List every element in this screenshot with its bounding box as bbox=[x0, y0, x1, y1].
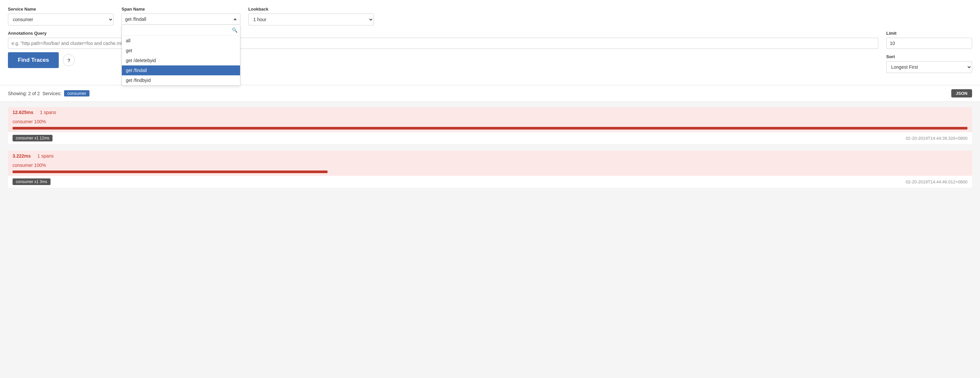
span-name-value: get /findall bbox=[125, 16, 146, 22]
trace-service-name-1: consumer 100% bbox=[13, 119, 46, 124]
lookback-label: Lookback bbox=[248, 6, 374, 11]
span-options-list: all get get /deletebyid get /findall get… bbox=[122, 36, 240, 85]
span-option-get[interactable]: get bbox=[122, 46, 240, 56]
span-dropdown: 🔍 all get get /deletebyid get /findall g… bbox=[121, 25, 240, 86]
trace-timestamp-1: 02-20-2019T14:44:39.326+0800 bbox=[906, 136, 967, 141]
span-option-findall[interactable]: get /findall bbox=[122, 65, 240, 75]
action-row: Find Traces ? bbox=[8, 52, 134, 68]
limit-input[interactable] bbox=[886, 38, 972, 49]
limit-label: Limit bbox=[886, 31, 972, 36]
limit-group: Limit bbox=[886, 31, 972, 49]
trace-card-2[interactable]: 3.222ms 1 spans consumer 100% consumer x… bbox=[8, 151, 972, 188]
service-name-select[interactable]: consumer bbox=[8, 14, 114, 26]
span-option-findbyid[interactable]: get /findbyid bbox=[122, 75, 240, 85]
sort-group: Sort Longest First Shortest First Most R… bbox=[886, 54, 972, 73]
limit-sort-group: Limit Sort Longest First Shortest First … bbox=[886, 31, 972, 73]
trace-spans-2: 1 spans bbox=[37, 153, 54, 159]
trace-spans-1: 1 spans bbox=[40, 110, 56, 115]
trace-timestamp-2: 02-20-2019T14:44:46.012+0800 bbox=[906, 179, 967, 184]
annotations-input[interactable] bbox=[8, 38, 134, 49]
chevron-up-icon bbox=[234, 18, 237, 20]
trace-duration-1: 12.625ms bbox=[13, 110, 33, 115]
form-top-row: Service Name consumer Span Name get /fin… bbox=[8, 6, 972, 26]
annotations-group: Annotations Query Find Traces ? bbox=[8, 31, 134, 68]
trace-service-row-1: consumer 100% bbox=[8, 118, 972, 127]
span-search-wrapper: 🔍 bbox=[122, 25, 240, 36]
duration-input[interactable] bbox=[141, 38, 878, 49]
results-info: Showing: 2 of 2 Services: consumer bbox=[8, 90, 89, 96]
services-label: Services: bbox=[43, 91, 62, 96]
service-name-label: Service Name bbox=[8, 6, 114, 11]
span-name-trigger[interactable]: get /findall bbox=[121, 14, 240, 25]
span-option-deletebyid[interactable]: get /deletebyid bbox=[122, 56, 240, 65]
trace-service-name-2: consumer 100% bbox=[13, 163, 46, 168]
service-badge: consumer bbox=[64, 90, 89, 96]
span-label-1: consumer x1 12ms bbox=[13, 135, 52, 142]
trace-bar-1 bbox=[13, 127, 967, 129]
span-name-label: Span Name bbox=[121, 6, 240, 11]
help-button[interactable]: ? bbox=[63, 54, 75, 66]
trace-duration-2: 3.222ms bbox=[13, 153, 31, 159]
sort-label: Sort bbox=[886, 54, 972, 59]
lookback-group: Lookback 1 hour 2 hours 6 hours 12 hours… bbox=[248, 6, 374, 26]
results-container: 12.625ms 1 spans consumer 100% consumer … bbox=[0, 102, 980, 199]
duration-group: Duration (μs) >= bbox=[141, 31, 878, 49]
sort-select[interactable]: Longest First Shortest First Most Recent… bbox=[886, 61, 972, 73]
trace-bar-container-2 bbox=[8, 171, 972, 176]
trace-header-2: 3.222ms 1 spans bbox=[8, 151, 972, 161]
span-name-group: Span Name get /findall 🔍 all get get /de… bbox=[121, 6, 240, 25]
showing-text: Showing: 2 of 2 bbox=[8, 91, 40, 96]
trace-header-1: 12.625ms 1 spans bbox=[8, 107, 972, 118]
duration-label: Duration (μs) >= bbox=[141, 31, 878, 36]
trace-footer-1: consumer x1 12ms 02-20-2019T14:44:39.326… bbox=[8, 132, 972, 144]
span-search-input[interactable] bbox=[124, 27, 232, 33]
service-name-group: Service Name consumer bbox=[8, 6, 114, 26]
trace-footer-2: consumer x1 3ms 02-20-2019T14:44:46.012+… bbox=[8, 176, 972, 188]
lookback-select[interactable]: 1 hour 2 hours 6 hours 12 hours 1 day bbox=[248, 14, 374, 26]
span-option-all[interactable]: all bbox=[122, 36, 240, 46]
search-form: Service Name consumer Span Name get /fin… bbox=[0, 0, 980, 85]
json-button[interactable]: JSON bbox=[951, 89, 972, 97]
trace-bar-2 bbox=[13, 171, 328, 173]
trace-card-1[interactable]: 12.625ms 1 spans consumer 100% consumer … bbox=[8, 107, 972, 144]
results-bar: Showing: 2 of 2 Services: consumer JSON bbox=[0, 85, 980, 102]
trace-service-row-2: consumer 100% bbox=[8, 161, 972, 171]
span-label-2: consumer x1 3ms bbox=[13, 179, 51, 185]
trace-bar-container-1 bbox=[8, 127, 972, 132]
find-traces-button[interactable]: Find Traces bbox=[8, 52, 59, 68]
annotations-label: Annotations Query bbox=[8, 31, 134, 36]
search-icon: 🔍 bbox=[232, 27, 237, 33]
